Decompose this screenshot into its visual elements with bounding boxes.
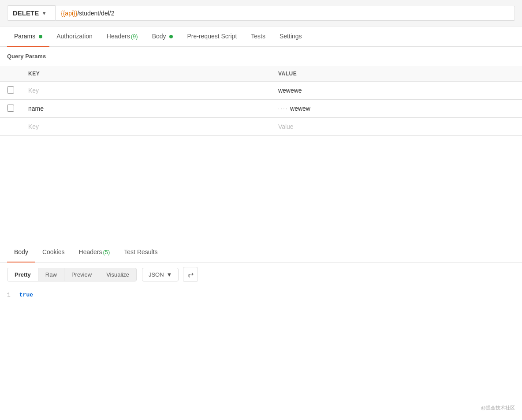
row1-value-cell (271, 82, 522, 100)
headers-badge: (9) (131, 33, 138, 40)
json-chevron: ▼ (167, 271, 172, 278)
response-tab-body[interactable]: Body (7, 242, 35, 262)
row2-dots: ···· (278, 106, 288, 111)
method-chevron: ▼ (41, 10, 47, 16)
tab-body[interactable]: Body (145, 26, 180, 47)
format-raw-btn[interactable]: Raw (38, 268, 64, 281)
format-pretty-btn[interactable]: Pretty (7, 268, 38, 281)
row2-key-input[interactable] (28, 104, 264, 113)
row1-value-input[interactable] (278, 86, 515, 95)
tab-headers[interactable]: Headers(9) (100, 26, 145, 47)
code-value-true: true (19, 292, 33, 298)
method-label: DELETE (13, 9, 39, 17)
wrap-icon: ⇄ (188, 270, 194, 279)
params-table: KEY VALUE ···· (0, 66, 522, 136)
query-params-section: Query Params (0, 47, 522, 66)
response-headers-badge: (5) (103, 249, 110, 255)
tab-prerequest[interactable]: Pre-request Script (180, 26, 244, 47)
json-label: JSON (149, 271, 164, 278)
table-row (0, 118, 522, 136)
json-type-selector[interactable]: JSON ▼ (142, 268, 179, 281)
col-key-header: KEY (21, 66, 271, 82)
row1-key-cell (21, 82, 271, 100)
row1-checkbox-cell (0, 82, 21, 100)
line-number-1: 1 (7, 292, 11, 298)
tab-params[interactable]: Params (7, 26, 49, 47)
col-checkbox (0, 66, 21, 82)
response-tab-test-results[interactable]: Test Results (117, 242, 164, 262)
row2-checkbox[interactable] (7, 105, 14, 112)
tab-authorization[interactable]: Authorization (49, 26, 100, 47)
row3-value-input[interactable] (278, 122, 515, 131)
params-dot (39, 35, 42, 38)
request-tabs-bar: Params Authorization Headers(9) Body Pre… (0, 26, 522, 47)
url-suffix: /student/del/2 (77, 10, 114, 17)
response-tab-cookies[interactable]: Cookies (35, 242, 72, 262)
url-api-prefix: {{api}} (61, 10, 77, 17)
row2-checkbox-cell (0, 100, 21, 118)
row2-value-cell: ···· wewew (271, 100, 522, 118)
url-bar: DELETE ▼ {{api}}/student/del/2 (0, 0, 522, 26)
code-output: 1true (0, 286, 522, 304)
url-input[interactable]: {{api}}/student/del/2 (56, 6, 515, 21)
row2-value-text: wewew (290, 105, 310, 112)
format-bar: Pretty Raw Preview Visualize JSON ▼ ⇄ (0, 262, 522, 286)
method-selector[interactable]: DELETE ▼ (7, 5, 56, 21)
format-preview-btn[interactable]: Preview (64, 268, 99, 281)
row2-value-display: ···· wewew (278, 105, 515, 112)
table-row: ···· wewew (0, 100, 522, 118)
row2-key-cell (21, 100, 271, 118)
response-tabs-bar: Body Cookies Headers(5) Test Results (0, 242, 522, 262)
row1-key-input[interactable] (28, 86, 264, 95)
tab-settings[interactable]: Settings (272, 26, 309, 47)
watermark: @掘金技术社区 (481, 405, 515, 411)
row3-key-cell (21, 118, 271, 136)
col-value-header: VALUE (271, 66, 522, 82)
row1-checkbox[interactable] (7, 86, 14, 94)
tab-tests[interactable]: Tests (244, 26, 272, 47)
format-btn-group: Pretty Raw Preview Visualize (7, 268, 137, 281)
format-visualize-btn[interactable]: Visualize (99, 268, 136, 281)
response-tab-headers[interactable]: Headers(5) (72, 242, 117, 262)
row3-key-input[interactable] (28, 122, 264, 131)
table-row (0, 82, 522, 100)
row3-checkbox-cell (0, 118, 21, 136)
body-dot (169, 35, 173, 38)
wrap-button[interactable]: ⇄ (183, 267, 198, 282)
row3-value-cell (271, 118, 522, 136)
